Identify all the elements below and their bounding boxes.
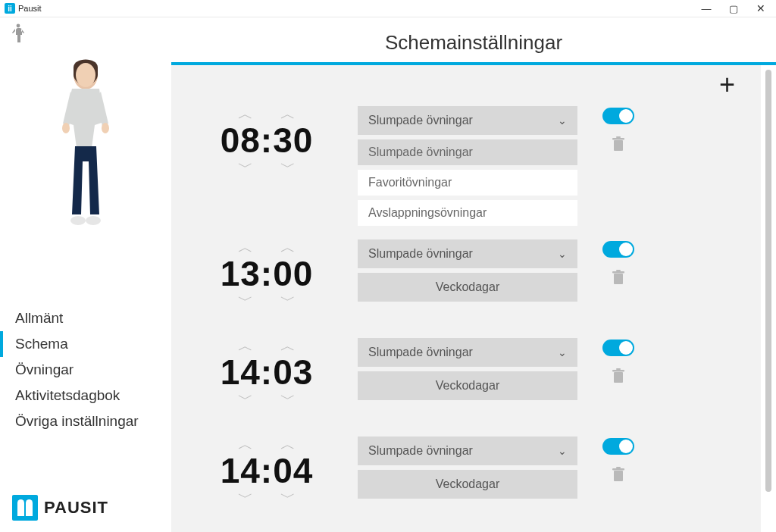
svg-point-6 bbox=[86, 216, 101, 225]
exercise-select-value: Slumpade övningar bbox=[368, 444, 473, 458]
hour-up-icon[interactable]: ︿ bbox=[238, 239, 253, 255]
sidebar-item-schedule[interactable]: Schema bbox=[0, 331, 171, 357]
window-maximize-button[interactable]: ▢ bbox=[723, 3, 744, 14]
logo-icon bbox=[12, 495, 38, 521]
minute-up-icon[interactable]: ︿ bbox=[280, 106, 296, 121]
sidebar-item-label: Aktivitetsdagbok bbox=[15, 387, 120, 403]
exercise-select[interactable]: Slumpade övningar ⌄ bbox=[358, 106, 577, 135]
sidebar-nav: Allmänt Schema Övningar Aktivitetsdagbok… bbox=[0, 305, 171, 434]
window-minimize-button[interactable]: — bbox=[696, 3, 717, 14]
exercise-select[interactable]: Slumpade övningar ⌄ bbox=[358, 437, 577, 465]
svg-rect-10 bbox=[614, 274, 623, 284]
svg-point-0 bbox=[17, 24, 20, 28]
sidebar-item-general[interactable]: Allmänt bbox=[0, 305, 171, 331]
enable-toggle[interactable] bbox=[602, 241, 634, 258]
minute-down-icon[interactable]: ﹀ bbox=[280, 293, 296, 308]
exercise-select-value: Slumpade övningar bbox=[368, 114, 473, 127]
time-picker: ︿ ︿ 14:04 ﹀ ﹀ bbox=[199, 437, 335, 505]
exercise-select[interactable]: Slumpade övningar ⌄ bbox=[358, 338, 577, 367]
svg-rect-7 bbox=[614, 140, 623, 151]
minute-down-icon[interactable]: ﹀ bbox=[280, 159, 296, 174]
enable-toggle[interactable] bbox=[602, 340, 634, 356]
exercise-option[interactable]: Slumpade övningar bbox=[358, 139, 577, 165]
hour-down-icon[interactable]: ﹀ bbox=[238, 159, 253, 174]
page-title: Schemainställningar bbox=[171, 31, 776, 55]
svg-point-5 bbox=[70, 216, 86, 225]
svg-rect-17 bbox=[612, 468, 624, 471]
exercise-select-value: Slumpade övningar bbox=[368, 346, 473, 359]
sidebar-item-label: Övningar bbox=[15, 361, 74, 377]
time-picker: ︿ ︿ 13:00 ﹀ ﹀ bbox=[199, 239, 335, 308]
chevron-down-icon: ⌄ bbox=[558, 445, 567, 457]
delete-icon[interactable] bbox=[612, 368, 625, 387]
weekdays-button[interactable]: Veckodagar bbox=[358, 273, 577, 302]
minute-up-icon[interactable]: ︿ bbox=[280, 437, 296, 452]
schedule-panel: + ︿ ︿ 08:30 ﹀ ﹀ bbox=[171, 65, 761, 532]
hour-down-icon[interactable]: ﹀ bbox=[238, 293, 253, 308]
weekdays-button[interactable]: Veckodagar bbox=[358, 470, 577, 499]
svg-rect-18 bbox=[616, 467, 621, 468]
minute-down-icon[interactable]: ﹀ bbox=[280, 391, 296, 406]
sidebar-item-activity-diary[interactable]: Aktivitetsdagbok bbox=[0, 383, 171, 408]
exercise-option[interactable]: Avslappningsövningar bbox=[358, 200, 577, 226]
exercise-select-value: Slumpade övningar bbox=[368, 247, 473, 261]
delete-icon[interactable] bbox=[612, 467, 625, 486]
sidebar-item-label: Schema bbox=[15, 336, 68, 352]
minute-down-icon[interactable]: ﹀ bbox=[280, 490, 296, 505]
sidebar-item-label: Allmänt bbox=[15, 310, 63, 326]
scrollbar[interactable] bbox=[761, 65, 776, 532]
svg-rect-15 bbox=[616, 368, 621, 370]
sidebar-item-other-settings[interactable]: Övriga inställningar bbox=[0, 408, 171, 434]
svg-point-3 bbox=[62, 123, 70, 133]
svg-rect-11 bbox=[612, 271, 624, 274]
svg-point-2 bbox=[76, 63, 95, 87]
svg-rect-9 bbox=[616, 136, 621, 138]
add-schedule-button[interactable]: + bbox=[719, 71, 735, 99]
exercise-select[interactable]: Slumpade övningar ⌄ bbox=[358, 239, 577, 268]
stretch-figure-icon bbox=[11, 23, 171, 48]
sidebar: Allmänt Schema Övningar Aktivitetsdagbok… bbox=[0, 17, 171, 532]
enable-toggle[interactable] bbox=[602, 108, 634, 124]
sidebar-item-label: Övriga inställningar bbox=[15, 413, 139, 429]
svg-rect-16 bbox=[614, 471, 623, 481]
scrollbar-thumb[interactable] bbox=[765, 70, 771, 492]
svg-point-4 bbox=[102, 123, 109, 133]
schedule-row: ︿ ︿ 14:04 ﹀ ﹀ Slumpade övningar ⌄ bbox=[199, 437, 731, 505]
app-logo: PAUSIT bbox=[12, 495, 171, 521]
delete-icon[interactable] bbox=[612, 136, 625, 155]
time-picker: ︿ ︿ 08:30 ﹀ ﹀ bbox=[199, 106, 335, 174]
logo-text: PAUSIT bbox=[44, 498, 108, 518]
minute-up-icon[interactable]: ︿ bbox=[280, 239, 296, 255]
sidebar-item-exercises[interactable]: Övningar bbox=[0, 357, 171, 383]
exercise-option[interactable]: Favoritövningar bbox=[358, 170, 577, 196]
avatar-illustration bbox=[0, 52, 171, 295]
time-value: 14:03 bbox=[221, 355, 314, 390]
time-value: 14:04 bbox=[221, 453, 314, 488]
minute-up-icon[interactable]: ︿ bbox=[280, 338, 296, 353]
hour-down-icon[interactable]: ﹀ bbox=[238, 391, 253, 406]
svg-rect-13 bbox=[614, 372, 623, 383]
window-close-button[interactable]: ✕ bbox=[750, 2, 771, 14]
weekdays-button[interactable]: Veckodagar bbox=[358, 371, 577, 400]
time-value: 08:30 bbox=[221, 123, 314, 158]
app-icon: ii bbox=[5, 3, 15, 14]
chevron-down-icon: ⌄ bbox=[558, 114, 567, 127]
svg-rect-12 bbox=[616, 270, 621, 271]
hour-up-icon[interactable]: ︿ bbox=[238, 106, 253, 121]
hour-down-icon[interactable]: ﹀ bbox=[238, 490, 253, 505]
main-content: Schemainställningar + ︿ ︿ 08:30 ﹀ ﹀ bbox=[171, 17, 776, 532]
hour-up-icon[interactable]: ︿ bbox=[238, 437, 253, 452]
delete-icon[interactable] bbox=[612, 270, 625, 289]
schedule-row: ︿ ︿ 14:03 ﹀ ﹀ Slumpade övningar ⌄ bbox=[199, 338, 731, 406]
chevron-down-icon: ⌄ bbox=[558, 346, 567, 358]
time-value: 13:00 bbox=[221, 256, 314, 291]
hour-up-icon[interactable]: ︿ bbox=[238, 338, 253, 353]
window-title: Pausit bbox=[18, 4, 42, 13]
svg-rect-8 bbox=[612, 138, 624, 140]
time-picker: ︿ ︿ 14:03 ﹀ ﹀ bbox=[199, 338, 335, 406]
svg-rect-14 bbox=[612, 370, 624, 372]
chevron-down-icon: ⌄ bbox=[558, 248, 567, 260]
schedule-row: ︿ ︿ 13:00 ﹀ ﹀ Slumpade övningar ⌄ bbox=[199, 239, 731, 308]
window-titlebar: ii Pausit — ▢ ✕ bbox=[0, 0, 776, 17]
enable-toggle[interactable] bbox=[602, 438, 634, 455]
